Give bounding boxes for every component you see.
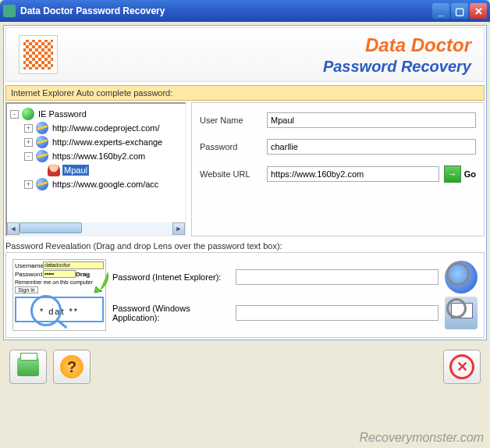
ie-icon xyxy=(36,122,48,134)
tree-item-label[interactable]: https://www.160by2.com xyxy=(51,151,147,162)
tree-item-label[interactable]: http://www.experts-exchange xyxy=(51,137,164,148)
tree-expand-icon[interactable]: + xyxy=(24,124,33,133)
tree-selected-user[interactable]: Mpaul xyxy=(62,165,89,176)
watermark: Recoverymonster.com xyxy=(360,431,484,445)
tree-collapse-icon[interactable]: - xyxy=(24,152,33,161)
scroll-left-icon[interactable]: ◄ xyxy=(7,222,20,235)
tree-expand-icon[interactable]: + xyxy=(24,180,33,189)
close-button[interactable]: ✕ xyxy=(470,3,487,19)
titlebar: Data Doctor Password Recovery _ ▢ ✕ xyxy=(0,0,490,22)
user-icon xyxy=(48,164,60,176)
drag-arrow-icon xyxy=(88,271,112,294)
credentials-panel: User Name Password Website URL → Go xyxy=(191,102,485,236)
main-frame: Data Doctor Password Recovery Internet E… xyxy=(3,25,487,340)
lens-demo[interactable]: Usernamedatadoctor Password•••••Drag Rem… xyxy=(12,259,106,331)
scroll-right-icon[interactable]: ► xyxy=(172,222,185,235)
ie-icon xyxy=(36,178,48,190)
ie-icon xyxy=(36,136,48,148)
main-panel: - IE Password + http://www.codeproject.c… xyxy=(5,102,485,236)
ie-icon xyxy=(36,150,48,162)
url-label: Website URL xyxy=(200,169,267,179)
logo-icon xyxy=(19,35,58,74)
username-label: User Name xyxy=(200,116,267,125)
scroll-thumb[interactable] xyxy=(20,222,82,233)
ie-lens-icon[interactable] xyxy=(445,261,478,293)
reveal-section-label: Password Revealation (Drag and drop Lens… xyxy=(5,241,485,251)
password-tree[interactable]: - IE Password + http://www.codeproject.c… xyxy=(5,102,186,236)
bottom-toolbar: ? ✕ xyxy=(0,343,490,390)
password-input[interactable] xyxy=(267,139,476,155)
horizontal-scrollbar[interactable]: ◄ ► xyxy=(7,222,185,235)
tree-item-label[interactable]: https://www.google.com/acc xyxy=(51,179,160,190)
win-password-label: Password (Windows Application): xyxy=(112,304,236,322)
tree-item-label[interactable]: http://www.codeproject.com/ xyxy=(51,123,162,133)
help-button[interactable]: ? xyxy=(53,350,91,384)
tree-expand-icon[interactable]: + xyxy=(24,138,33,147)
save-icon xyxy=(17,357,39,376)
go-button[interactable]: → xyxy=(444,165,461,183)
win-password-input[interactable] xyxy=(236,305,439,321)
go-label: Go xyxy=(464,169,476,179)
app-icon xyxy=(3,5,16,17)
url-input[interactable] xyxy=(267,166,439,182)
password-label: Password xyxy=(200,142,267,151)
header-title: Data Doctor xyxy=(323,34,471,56)
pc-lens-icon[interactable] xyxy=(445,297,478,329)
magnify-preview: * dat ** xyxy=(15,297,104,322)
window-title: Data Doctor Password Recovery xyxy=(20,5,431,16)
globe-icon xyxy=(22,108,34,120)
tree-root-label[interactable]: IE Password xyxy=(37,108,88,119)
minimize-button[interactable]: _ xyxy=(432,3,449,19)
cancel-icon: ✕ xyxy=(449,354,474,379)
tree-collapse-icon[interactable]: - xyxy=(10,110,19,119)
cancel-button[interactable]: ✕ xyxy=(443,350,481,384)
reveal-panel: Usernamedatadoctor Password•••••Drag Rem… xyxy=(5,252,485,338)
ie-password-label: Password (Intenet Explorer): xyxy=(112,272,236,282)
section-ie-label: Internet Explorer Auto complete password… xyxy=(5,85,485,101)
maximize-button[interactable]: ▢ xyxy=(451,3,468,19)
save-button[interactable] xyxy=(9,350,47,384)
header-banner: Data Doctor Password Recovery xyxy=(5,27,485,82)
help-icon: ? xyxy=(60,355,83,379)
ie-password-input[interactable] xyxy=(236,269,439,285)
header-subtitle: Password Recovery xyxy=(323,58,471,76)
username-input[interactable] xyxy=(267,112,476,128)
